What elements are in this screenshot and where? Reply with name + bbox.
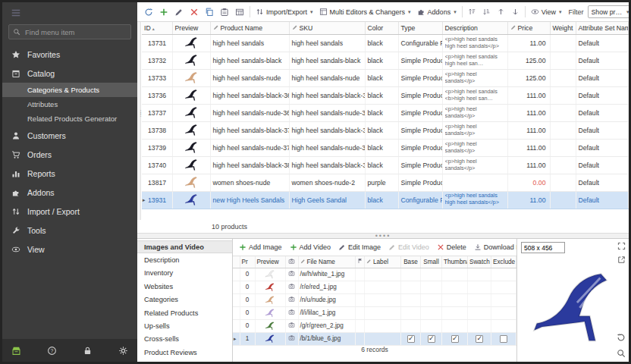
menu-search-input[interactable] bbox=[24, 27, 127, 37]
menu-multi-editors-changers[interactable]: Multi Editors & Changers▾ bbox=[317, 6, 413, 17]
columns-button[interactable] bbox=[233, 6, 246, 18]
column-header-swatch[interactable]: Swatch bbox=[468, 256, 491, 268]
sidebar-item-view[interactable]: View bbox=[2, 240, 137, 259]
image-row-w-h-white-1-jpg[interactable]: 0/w/h/white_1.jpg bbox=[233, 268, 516, 281]
tab-websites[interactable]: Websites bbox=[137, 280, 232, 293]
rotate-icon[interactable] bbox=[617, 333, 626, 342]
tab-cross-sells[interactable]: Cross-sells bbox=[137, 333, 232, 346]
lock-icon[interactable] bbox=[83, 346, 93, 356]
column-header-position[interactable]: Pr bbox=[240, 256, 255, 268]
column-header-base[interactable]: Base bbox=[401, 256, 421, 268]
product-row-13739[interactable]: 13739high heel sandals-nude-37high heel … bbox=[142, 139, 629, 156]
sidebar-item-addons[interactable]: Addons bbox=[2, 183, 137, 202]
tab-related-products[interactable]: Related Products bbox=[137, 306, 232, 319]
hamburger-menu-icon[interactable] bbox=[11, 8, 21, 18]
move-down-button[interactable] bbox=[509, 6, 522, 17]
add-video-button[interactable]: Add Video bbox=[290, 243, 331, 251]
sidebar-item-customers[interactable]: Customers bbox=[2, 126, 137, 145]
help-icon[interactable]: ? bbox=[47, 346, 57, 356]
fullscreen-icon[interactable] bbox=[617, 242, 626, 250]
sidebar-item-tools[interactable]: Tools bbox=[2, 221, 137, 240]
download-image-button[interactable]: Download Image bbox=[474, 243, 516, 251]
column-header-preview[interactable]: Preview bbox=[255, 256, 285, 268]
image-row-l-i-lilac-1-jpg[interactable]: 0/l/i/lilac_1.jpg bbox=[233, 306, 516, 319]
copy-product-button[interactable] bbox=[202, 6, 216, 18]
column-header-product-name[interactable]: Product Name bbox=[210, 22, 289, 34]
column-header-label[interactable]: Label bbox=[365, 256, 401, 268]
column-header-type[interactable]: Type bbox=[398, 22, 442, 34]
tab-inventory[interactable]: Inventory bbox=[137, 267, 232, 280]
column-header-price[interactable]: Price bbox=[507, 22, 550, 34]
tab-description[interactable]: Description bbox=[137, 253, 232, 266]
edit-product-button[interactable] bbox=[172, 6, 186, 18]
image-row-r-e-red-1-jpg[interactable]: 0/r/e/red_1.jpg bbox=[233, 281, 516, 293]
cell-file-name: /r/e/red_1.jpg bbox=[298, 281, 356, 293]
gear-icon[interactable] bbox=[118, 346, 128, 356]
product-row-13817[interactable]: 13817women shoes-nudewomen shoes-nude-2p… bbox=[142, 174, 629, 191]
open-external-icon[interactable] bbox=[617, 256, 626, 264]
sidebar-item-attributes[interactable]: Attributes bbox=[2, 97, 137, 111]
sidebar-item-categories-products[interactable]: Categories & Products bbox=[2, 83, 137, 97]
menu-import-export[interactable]: Import/Export▾ bbox=[253, 6, 316, 17]
add-image-button[interactable]: Add Image bbox=[239, 243, 282, 251]
delete-button[interactable]: Delete bbox=[437, 243, 466, 251]
column-header-thumbnail[interactable]: Thumbna bbox=[442, 256, 468, 268]
sidebar-item-orders[interactable]: Orders bbox=[2, 145, 137, 164]
cell-thumb bbox=[442, 268, 468, 281]
column-header-file-name[interactable]: File Name bbox=[298, 256, 356, 268]
product-row-13736[interactable]: 13736high heel sandals-black-36high heel… bbox=[142, 86, 629, 104]
sidebar-item-catalog[interactable]: Catalog bbox=[2, 64, 137, 83]
menu-view[interactable]: View▾ bbox=[529, 6, 564, 17]
column-header-sku[interactable]: SKU bbox=[289, 22, 365, 34]
image-row-n-u-nude-jpg[interactable]: 0/n/u/nude.jpg bbox=[233, 293, 516, 306]
refresh-button[interactable] bbox=[142, 6, 155, 18]
product-row-13732[interactable]: 13732high heel sandals-blackhigh heel sa… bbox=[142, 52, 629, 69]
product-row-13738[interactable]: 13738high heel sandals-black-37high heel… bbox=[142, 121, 629, 139]
base-checkbox[interactable] bbox=[407, 335, 415, 343]
tab-up-sells[interactable]: Up-sells bbox=[137, 319, 232, 332]
exclude-checkbox[interactable] bbox=[500, 335, 507, 343]
column-header-small[interactable]: Small bbox=[421, 256, 442, 268]
add-product-button[interactable] bbox=[157, 6, 171, 18]
column-header-id[interactable]: ID▴ bbox=[142, 22, 172, 34]
image-row-b-1-blue-6-jpg[interactable]: ▸1/b/1/blue_6.jpg bbox=[233, 332, 516, 345]
sidebar-item-reports[interactable]: Reports bbox=[2, 164, 137, 183]
tab-product-reviews[interactable]: Product Reviews bbox=[137, 346, 232, 359]
product-row-13740[interactable]: 13740high heel sandals-black-38high heel… bbox=[142, 156, 629, 174]
sidebar-item-import-export[interactable]: Import / Export bbox=[2, 202, 137, 221]
small-checkbox[interactable] bbox=[428, 335, 435, 343]
product-row-13737[interactable]: 13737high heel sandals-nude-36high heel … bbox=[142, 104, 629, 121]
product-row-13931[interactable]: ▸13931new High Heels SandalsHigh Geels S… bbox=[142, 191, 629, 209]
sort-desc-button[interactable] bbox=[480, 6, 493, 17]
cell-position: 1 bbox=[240, 332, 255, 345]
sidebar-splitter[interactable]: ⋮⋮ bbox=[137, 22, 141, 220]
thumb-checkbox[interactable] bbox=[451, 335, 459, 343]
column-header-preview[interactable]: Preview bbox=[172, 22, 210, 34]
swatch-checkbox[interactable] bbox=[476, 335, 483, 343]
column-header-attribute-set-name[interactable]: Attribute Set Name bbox=[576, 22, 629, 34]
menu-addons[interactable]: Addons▾ bbox=[415, 6, 459, 17]
sidebar-item-favorites[interactable]: Favorites bbox=[2, 45, 137, 64]
panel-splitter[interactable]: •••• bbox=[137, 233, 629, 239]
menu-search[interactable] bbox=[8, 24, 131, 39]
sidebar-item-related-products-generator[interactable]: Related Products Generator bbox=[2, 111, 137, 126]
tab-images-and-video[interactable]: Images and Video bbox=[137, 240, 232, 253]
edit-image-button[interactable]: Edit Image bbox=[338, 243, 381, 251]
zoom-icon[interactable] bbox=[617, 349, 626, 358]
paste-product-button[interactable] bbox=[218, 6, 231, 18]
sort-asc-button[interactable] bbox=[466, 6, 479, 17]
column-header-exclude[interactable]: Exclude bbox=[491, 256, 516, 268]
category-filter-select[interactable]: Show products from selected categories▾ bbox=[588, 5, 629, 18]
column-header-weight[interactable]: Weight bbox=[550, 22, 576, 34]
image-row-g-r-green-2-jpg[interactable]: 0/g/r/green_2.jpg bbox=[233, 319, 516, 332]
product-row-13731[interactable]: 13731high heel sandalshigh heel sandalsb… bbox=[142, 34, 629, 52]
product-row-13733[interactable]: 13733high heel sandals-nudehigh heel san… bbox=[142, 69, 629, 86]
store-icon[interactable] bbox=[11, 346, 21, 356]
column-header-color[interactable]: Color bbox=[365, 22, 398, 34]
column-header-description[interactable]: Description bbox=[442, 22, 507, 34]
tab-categories[interactable]: Categories bbox=[137, 293, 232, 306]
resize-dimensions-input[interactable] bbox=[521, 242, 565, 253]
edit-video-button[interactable]: Edit Video bbox=[388, 243, 429, 251]
delete-product-button[interactable] bbox=[187, 6, 201, 18]
move-up-button[interactable] bbox=[494, 6, 507, 17]
